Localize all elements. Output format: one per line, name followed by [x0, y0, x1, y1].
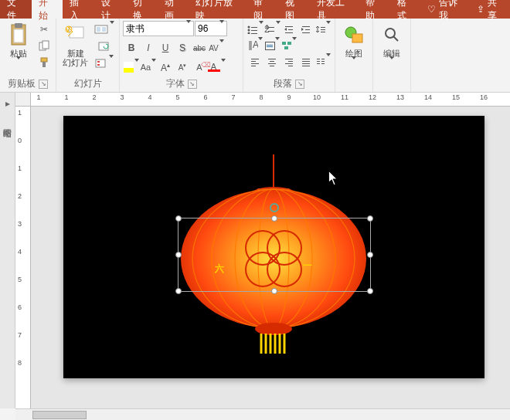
- slide-layout-button[interactable]: [94, 22, 115, 36]
- slide-canvas[interactable]: 六 一: [31, 107, 510, 408]
- resize-handle-w[interactable]: [175, 252, 182, 258]
- drawing-button[interactable]: 绘图: [338, 21, 369, 72]
- ruler-area: 112345678910111213141516 1012345678: [15, 93, 510, 408]
- svg-rect-40: [287, 42, 291, 45]
- copy-button[interactable]: [36, 39, 52, 53]
- rotate-handle[interactable]: [270, 203, 279, 212]
- numbering-icon: 12: [264, 25, 276, 34]
- align-right-button[interactable]: [280, 55, 298, 69]
- layout-icon: [94, 25, 108, 34]
- ruler-tick-label: 11: [341, 93, 348, 101]
- align-center-button[interactable]: [264, 55, 280, 69]
- align-left-button[interactable]: [246, 55, 264, 69]
- paste-button[interactable]: 粘贴: [3, 21, 34, 72]
- align-text-vert-button[interactable]: [264, 39, 280, 52]
- ruler-tick-label: 1: [18, 164, 22, 172]
- tab-animations[interactable]: 动画: [158, 0, 189, 19]
- linespacing-icon: [315, 25, 326, 34]
- increase-font-button[interactable]: A▴: [157, 59, 174, 75]
- resize-handle-se[interactable]: [367, 288, 373, 294]
- horizontal-ruler[interactable]: 112345678910111213141516: [31, 93, 510, 107]
- outline-toggle-button[interactable]: ▸: [2, 93, 14, 114]
- ribbon-tabbar: 文件 开始 插入 设计 切换 动画 幻灯片放映 审阅 视图 开发工具 帮助 格式…: [0, 0, 510, 19]
- tab-insert[interactable]: 插入: [63, 0, 94, 19]
- clipboard-dialog-launcher[interactable]: ↘: [39, 80, 48, 89]
- selection-box[interactable]: [178, 218, 371, 292]
- strike-button[interactable]: abc: [191, 40, 208, 56]
- text-shadow-button[interactable]: S: [174, 40, 191, 56]
- font-name-select[interactable]: 隶书: [123, 21, 194, 36]
- indent-decrease-button[interactable]: [280, 22, 298, 36]
- convert-smartart-button[interactable]: [280, 39, 298, 52]
- tab-view[interactable]: 视图: [278, 0, 310, 19]
- slide[interactable]: 六 一: [63, 116, 484, 378]
- tab-design[interactable]: 设计: [94, 0, 126, 19]
- text-direction-button[interactable]: ‖A: [246, 39, 264, 52]
- resize-handle-e[interactable]: [367, 252, 373, 258]
- italic-button[interactable]: I: [140, 40, 157, 56]
- resize-handle-nw[interactable]: [175, 215, 182, 222]
- decrease-font-button[interactable]: A▾: [174, 59, 191, 75]
- resize-handle-s[interactable]: [271, 288, 277, 294]
- highlight-color-button[interactable]: [123, 59, 140, 75]
- ruler-tick-label: 15: [452, 93, 460, 101]
- slide-reset-button[interactable]: [94, 39, 115, 53]
- textdir-icon: ‖A: [247, 41, 258, 50]
- paragraph-dialog-launcher[interactable]: ↘: [295, 80, 304, 89]
- font-size-select[interactable]: 96: [195, 21, 227, 36]
- new-slide-button[interactable]: 新建 幻灯片: [60, 21, 91, 69]
- shapes-icon: [342, 22, 366, 47]
- ruler-tick-label: 1: [36, 93, 40, 101]
- slide-section-button[interactable]: [94, 56, 115, 70]
- underline-button[interactable]: U: [157, 40, 174, 56]
- group-slides: 新建 幻灯片 幻灯片: [56, 19, 120, 92]
- columns-button[interactable]: [314, 55, 332, 69]
- bold-button[interactable]: B: [123, 40, 140, 56]
- clipboard-group-label: 剪贴板: [8, 77, 36, 90]
- editing-button[interactable]: 编辑: [376, 21, 407, 72]
- vertical-ruler[interactable]: 1012345678: [15, 107, 31, 408]
- char-spacing-button[interactable]: AV: [208, 40, 225, 56]
- resize-handle-ne[interactable]: [367, 215, 373, 222]
- shrink-font-icon: A▾: [178, 63, 187, 72]
- ruler-tick-label: 0: [18, 137, 22, 144]
- tab-format[interactable]: 格式: [390, 0, 422, 19]
- svg-rect-5: [41, 58, 47, 62]
- paragraph-group-label: 段落: [274, 77, 292, 90]
- horizontal-scrollbar[interactable]: [15, 408, 510, 420]
- tab-review[interactable]: 审阅: [246, 0, 278, 19]
- tab-transitions[interactable]: 切换: [126, 0, 158, 19]
- alignjustify-icon: [301, 57, 311, 66]
- tab-file[interactable]: 文件: [0, 0, 32, 19]
- tell-me-button[interactable]: ♡ 告诉我: [421, 0, 470, 19]
- line-spacing-button[interactable]: [314, 22, 332, 36]
- scrollbar-thumb[interactable]: [32, 411, 87, 419]
- svg-rect-65: [352, 34, 362, 42]
- change-case-button[interactable]: Aa: [140, 59, 157, 75]
- share-button[interactable]: ⇪ 共享: [471, 0, 510, 19]
- numbering-button[interactable]: 12: [264, 22, 280, 36]
- chevron-down-icon: [352, 59, 356, 70]
- clear-format-button[interactable]: A⌫: [191, 59, 208, 75]
- ruler-tick-label: 13: [396, 93, 404, 101]
- reset-icon: [98, 42, 110, 51]
- bullets-button[interactable]: [246, 22, 264, 36]
- cut-button[interactable]: ✂: [36, 22, 52, 36]
- tab-developer[interactable]: 开发工具: [310, 0, 359, 19]
- paste-dropdown-icon: [16, 59, 21, 70]
- format-painter-button[interactable]: [36, 56, 52, 70]
- tab-help[interactable]: 帮助: [359, 0, 390, 19]
- svg-rect-39: [282, 42, 286, 45]
- resize-handle-sw[interactable]: [175, 288, 182, 294]
- highlight-icon: [124, 62, 134, 73]
- group-clipboard: 粘贴 ✂ 剪贴板↘: [0, 19, 56, 92]
- tab-slideshow[interactable]: 幻灯片放映: [189, 0, 246, 19]
- resize-handle-n[interactable]: [271, 215, 277, 222]
- tab-home[interactable]: 开始: [32, 0, 63, 19]
- new-slide-icon: [63, 22, 88, 47]
- italic-icon: I: [147, 42, 149, 53]
- alignright-icon: [284, 57, 294, 66]
- font-dialog-launcher[interactable]: ↘: [188, 80, 197, 89]
- align-justify-button[interactable]: [298, 55, 314, 69]
- indent-increase-button[interactable]: [298, 22, 314, 36]
